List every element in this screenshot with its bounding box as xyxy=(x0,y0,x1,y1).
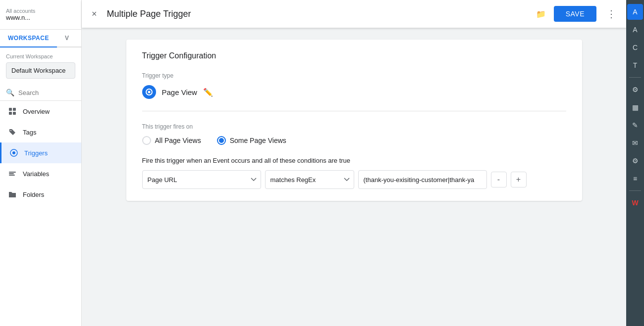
page-view-icon xyxy=(142,85,156,99)
url-select[interactable]: Page URL Page Hostname Page Path Referre… xyxy=(142,170,261,189)
left-sidebar: All accounts www.n... WORKSPACE V Curren… xyxy=(0,0,82,326)
sidebar-item-triggers[interactable]: Triggers xyxy=(0,142,81,163)
svg-point-10 xyxy=(148,91,150,93)
condition-value[interactable]: (thank-you-exisiting-customer|thank-ya xyxy=(358,170,487,189)
radio-group: All Page Views Some Page Views xyxy=(142,136,566,145)
conditions-label: Fire this trigger when an Event occurs a… xyxy=(142,157,566,164)
svg-rect-0 xyxy=(9,108,12,111)
svg-rect-2 xyxy=(9,112,12,115)
save-button[interactable]: SAVE xyxy=(554,6,596,22)
trigger-type-section: Trigger type Page View ✏️ xyxy=(142,72,566,111)
right-panel-btn-grid[interactable]: ▦ xyxy=(627,99,643,115)
all-page-views-label: All Page Views xyxy=(155,137,201,144)
svg-rect-6 xyxy=(9,172,16,173)
triggers-icon xyxy=(9,148,18,157)
sidebar-tabs: WORKSPACE V xyxy=(0,30,81,47)
radio-all-page-views[interactable]: All Page Views xyxy=(142,136,201,145)
right-panel-btn-w[interactable]: W xyxy=(627,195,643,211)
overview-icon xyxy=(8,107,17,116)
add-condition-button[interactable]: + xyxy=(511,172,527,187)
sidebar-item-folders[interactable]: Folders xyxy=(0,184,81,205)
search-input[interactable] xyxy=(18,89,75,96)
svg-rect-7 xyxy=(9,173,14,174)
fires-on-section: This trigger fires on All Page Views Som… xyxy=(142,123,566,145)
overview-label: Overview xyxy=(23,108,50,115)
trigger-config-card: Trigger Configuration Trigger type Page … xyxy=(126,40,582,201)
trigger-type-row: Page View ✏️ xyxy=(142,85,566,99)
more-options-button[interactable]: ⋮ xyxy=(604,6,618,22)
variables-icon xyxy=(8,169,17,178)
tags-icon xyxy=(8,128,17,137)
card-title: Trigger Configuration xyxy=(142,51,566,60)
page-view-label: Page View xyxy=(162,88,197,96)
tags-label: Tags xyxy=(23,129,36,136)
sidebar-item-overview[interactable]: Overview xyxy=(0,101,81,122)
radio-circle-some xyxy=(217,136,226,145)
right-panel-divider-1 xyxy=(629,77,641,78)
right-panel-btn-c[interactable]: C xyxy=(627,40,643,55)
dialog-content: Trigger Configuration Trigger type Page … xyxy=(82,28,626,326)
svg-rect-3 xyxy=(13,112,16,115)
right-panel-btn-a2[interactable]: A xyxy=(627,22,643,38)
sidebar-item-variables[interactable]: Variables xyxy=(0,163,81,184)
main-area: × Multiple Page Trigger 📁 SAVE ⋮ Trigger… xyxy=(82,0,626,326)
dialog-header-bar: × Multiple Page Trigger 📁 SAVE ⋮ xyxy=(82,0,626,28)
condition-row: Page URL Page Hostname Page Path Referre… xyxy=(142,170,566,189)
remove-condition-button[interactable]: - xyxy=(491,172,507,187)
edit-icon[interactable]: ✏️ xyxy=(203,88,213,97)
right-panel-btn-edit[interactable]: ✎ xyxy=(627,117,643,133)
radio-some-page-views[interactable]: Some Page Views xyxy=(217,136,286,145)
folder-icon[interactable]: 📁 xyxy=(536,9,546,19)
account-label: All accounts xyxy=(6,8,75,14)
close-button[interactable]: × xyxy=(90,7,99,21)
account-info: All accounts www.n... xyxy=(0,4,81,25)
right-panel-btn-a1[interactable]: A xyxy=(627,4,643,20)
workspace-selector[interactable]: Default Workspace xyxy=(6,62,75,79)
workspace-section: Current Workspace Default Workspace xyxy=(0,47,81,85)
triggers-label: Triggers xyxy=(24,149,48,157)
trigger-type-label: Trigger type xyxy=(142,72,566,79)
right-panel-btn-settings[interactable]: ⚙ xyxy=(627,153,643,169)
search-icon: 🔍 xyxy=(6,89,14,96)
tab-workspace[interactable]: WORKSPACE xyxy=(0,30,57,47)
svg-point-5 xyxy=(12,151,15,154)
close-icon: × xyxy=(92,9,97,19)
search-bar: 🔍 xyxy=(0,85,81,101)
sidebar-item-tags[interactable]: Tags xyxy=(0,122,81,142)
right-panel-btn-gear[interactable]: ⚙ xyxy=(627,82,643,97)
tab-version[interactable]: V xyxy=(57,30,77,47)
fires-on-label: This trigger fires on xyxy=(142,123,566,130)
right-panel-btn-list[interactable]: ≡ xyxy=(627,171,643,186)
sidebar-nav: Overview Tags Triggers Variables Folders xyxy=(0,101,81,205)
radio-circle-all xyxy=(142,136,151,145)
workspace-label: Current Workspace xyxy=(6,53,75,59)
sidebar-top: All accounts www.n... xyxy=(0,0,81,30)
conditions-section: Fire this trigger when an Event occurs a… xyxy=(142,157,566,189)
right-panel-btn-mail[interactable]: ✉ xyxy=(627,135,643,151)
right-panel-btn-t[interactable]: T xyxy=(627,57,643,73)
right-panel-divider-2 xyxy=(629,190,641,191)
variables-label: Variables xyxy=(23,170,49,178)
some-page-views-label: Some Page Views xyxy=(230,137,286,144)
folders-icon xyxy=(8,190,17,199)
folders-label: Folders xyxy=(23,191,44,198)
more-icon: ⋮ xyxy=(606,8,616,19)
svg-rect-8 xyxy=(9,175,15,176)
dialog-title: Multiple Page Trigger xyxy=(107,9,532,19)
svg-rect-1 xyxy=(13,108,16,111)
site-name: www.n... xyxy=(6,14,75,21)
operator-select[interactable]: matches RegEx equals contains starts wit… xyxy=(265,170,354,189)
right-panel: A A C T ⚙ ▦ ✎ ✉ ⚙ ≡ W xyxy=(626,0,644,326)
